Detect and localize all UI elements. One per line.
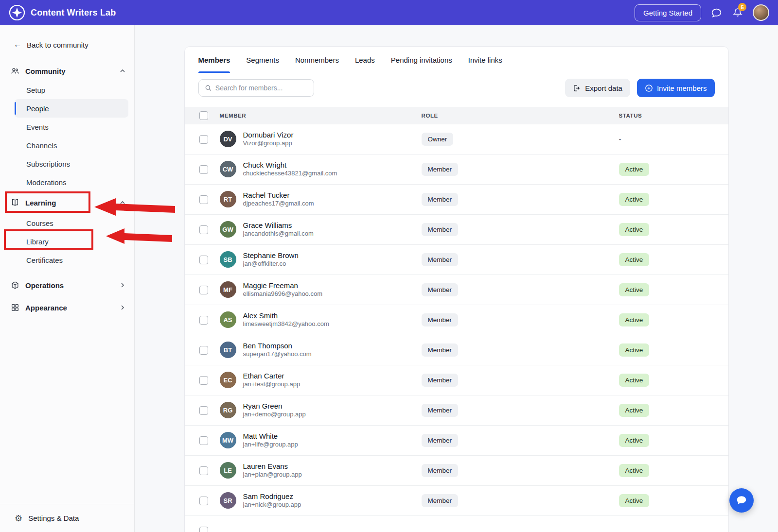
table-row: RTRachel Tuckerdjpeaches17@gmail.comMemb… [185,185,728,215]
invite-members-button[interactable]: Invite members [637,79,715,97]
notifications-button[interactable]: 5 [731,6,744,19]
row-checkbox[interactable] [199,497,208,505]
annotation-arrow-learning [93,195,176,219]
row-checkbox[interactable] [199,436,208,445]
member-email: jan@offkilter.co [243,260,299,268]
row-checkbox[interactable] [199,286,208,294]
row-checkbox[interactable] [199,165,208,174]
role-badge: Member [422,283,459,296]
table-row: ECEthan Carterjan+test@group.appMemberAc… [185,365,728,395]
sidebar-section-community[interactable]: Community [0,61,134,81]
row-checkbox[interactable] [199,346,208,355]
member-avatar: CW [220,161,236,177]
member-name: Lauren Evans [243,462,302,471]
sidebar-item-certificates[interactable]: Certificates [15,251,128,269]
annotation-box-library [4,229,93,250]
member-avatar: MF [220,281,236,298]
app-title: Content Writers Lab [31,8,116,18]
row-checkbox[interactable] [199,225,208,234]
app-logo-icon [9,4,25,21]
back-link-label: Back to community [27,41,88,49]
user-avatar[interactable] [753,4,769,21]
row-checkbox[interactable] [199,195,208,204]
row-checkbox[interactable] [199,316,208,325]
member-avatar: RG [220,402,236,418]
row-checkbox[interactable] [199,376,208,385]
sidebar-section-label: Community [25,67,66,75]
role-badge: Member [422,374,459,387]
sidebar-item-channels[interactable]: Channels [15,136,128,154]
member-name: Stephanie Brown [243,251,299,260]
role-badge: Member [422,313,459,326]
status-badge: Active [619,494,650,507]
role-badge: Member [422,494,459,507]
row-checkbox[interactable] [199,406,208,415]
table-row: LELauren Evansjan+plan@group.appMemberAc… [185,456,728,486]
chat-launcher-button[interactable] [729,488,754,513]
table-row: GWGrace Williamsjancandothis@gmail.comMe… [185,215,728,245]
member-avatar: GW [220,221,236,238]
table-row: RGRyan Greenjan+demo@group.appMemberActi… [185,395,728,426]
row-checkbox[interactable] [199,466,208,475]
plus-circle-icon [645,84,653,92]
app-logo-group[interactable]: Content Writers Lab [9,4,116,21]
member-email: jancandothis@gmail.com [243,230,314,238]
tab-members[interactable]: Members [198,47,230,73]
back-arrow-icon: ← [14,40,22,50]
column-header-status: Status [619,113,714,119]
sidebar-nav: Community Setup People Events Channels S… [0,61,134,319]
appearance-icon [11,303,19,312]
status-badge: Active [619,404,650,417]
member-email: jan+plan@group.app [243,471,302,479]
sidebar-item-events[interactable]: Events [15,118,128,136]
row-checkbox[interactable] [199,135,208,144]
page: Content Writers Lab Getting Started 5 ← [0,0,778,532]
members-card: Members Segments Nonmembers Leads Pendin… [184,46,729,532]
sidebar-section-operations[interactable]: Operations [0,274,134,296]
member-avatar: RT [220,191,236,207]
chat-icon-button[interactable] [710,6,723,19]
tab-nonmembers[interactable]: Nonmembers [295,47,339,73]
member-search[interactable] [198,79,314,97]
sidebar: ← Back to community Community Setup Peop… [0,25,135,532]
table-row: BTBen Thompsonsuperjan17@yahoo.comMember… [185,335,728,365]
member-avatar: SR [220,492,236,509]
annotation-arrow-library [105,227,173,249]
top-bar: Content Writers Lab Getting Started 5 [0,0,778,25]
sidebar-item-people[interactable]: People [15,99,128,118]
member-avatar: BT [220,342,236,358]
settings-and-data-link[interactable]: ⚙ Settings & Data [0,504,134,532]
row-checkbox[interactable] [199,256,208,264]
role-badge: Owner [422,133,454,146]
getting-started-button[interactable]: Getting Started [635,4,701,21]
invite-members-label: Invite members [657,84,707,92]
sidebar-item-setup[interactable]: Setup [15,81,128,99]
sidebar-item-subscriptions[interactable]: Subscriptions [15,154,128,173]
status-badge: Active [619,374,650,387]
member-name: Alex Smith [243,311,329,321]
table-header-row: Member Role Status [185,107,728,124]
member-email: jan+nick@group.app [243,501,301,509]
member-email: jan+test@group.app [243,380,301,389]
column-header-member: Member [220,113,422,119]
role-badge: Member [422,193,459,206]
sidebar-item-moderations[interactable]: Moderations [15,173,128,191]
tab-segments[interactable]: Segments [246,47,279,73]
member-email: ellismania9696@yahoo.com [243,290,323,298]
export-data-button[interactable]: Export data [565,79,630,97]
sidebar-section-appearance[interactable]: Appearance [0,296,134,319]
row-checkbox[interactable] [199,527,208,532]
role-badge: Member [422,163,459,176]
tab-leads[interactable]: Leads [355,47,375,73]
search-input[interactable] [215,84,308,92]
select-all-checkbox[interactable] [199,111,208,120]
back-to-community-link[interactable]: ← Back to community [0,38,134,51]
member-email: chuckiechesse43821@gmail.com [243,170,337,178]
tab-pending-invitations[interactable]: Pending invitations [391,47,452,73]
chevron-right-icon [120,305,125,310]
role-badge: Member [422,434,459,447]
table-row: SBStephanie Brownjan@offkilter.coMemberA… [185,245,728,275]
member-name: Maggie Freeman [243,281,323,291]
tab-invite-links[interactable]: Invite links [468,47,502,73]
status-badge: Active [619,464,650,477]
